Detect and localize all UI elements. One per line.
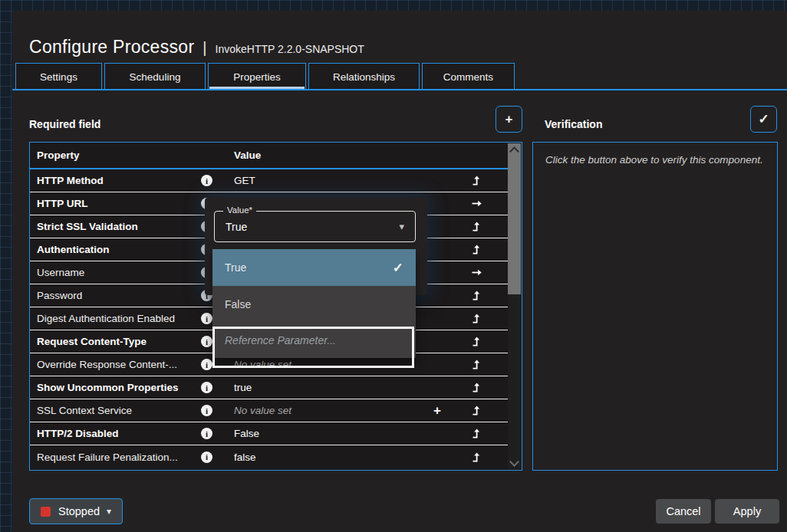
property-name: Override Response Content-... [37, 359, 177, 370]
nifi-canvas: { "dialog": { "title": "Configure Proces… [0, 0, 787, 532]
scroll-down-icon[interactable] [509, 457, 519, 467]
property-cell: Show Uncommon Propertiesi [30, 382, 222, 393]
property-cell: Strict SSL Validationi [30, 221, 222, 232]
vertical-scrollbar[interactable] [508, 143, 521, 469]
property-name: HTTP/2 Disabled [37, 428, 119, 439]
property-value: false [222, 452, 459, 463]
option-label: True [225, 261, 246, 274]
convert-to-parameter-icon[interactable] [459, 359, 493, 370]
go-to-parameter-icon[interactable] [459, 198, 493, 209]
property-cell: Passwordi [30, 290, 222, 301]
tab-label: Comments [443, 71, 493, 83]
tab-comments[interactable]: Comments [422, 63, 515, 90]
verification-label: Verification [545, 118, 602, 130]
option-label: False [225, 298, 251, 310]
convert-to-parameter-icon[interactable] [459, 221, 493, 232]
property-name: Request Failure Penalization... [37, 452, 178, 463]
property-cell: Request Failure Penalization...i [30, 452, 222, 463]
info-icon[interactable]: i [201, 428, 212, 439]
option-false[interactable]: False [212, 286, 416, 323]
check-icon: ✓ [393, 260, 403, 276]
property-value: No value set [222, 405, 459, 416]
apply-button[interactable]: Apply [715, 499, 779, 524]
run-status-button[interactable]: Stopped ▾ [29, 498, 123, 524]
info-icon[interactable]: i [201, 336, 212, 347]
property-value: False [222, 428, 459, 439]
property-cell: Request Content-Typei [30, 336, 222, 347]
plus-icon: + [505, 113, 513, 126]
property-name: HTTP Method [37, 175, 104, 186]
convert-to-parameter-icon[interactable] [459, 290, 493, 301]
verification-message: Click the button above to verify this co… [545, 153, 769, 169]
convert-to-parameter-icon[interactable] [459, 313, 493, 324]
tab-settings[interactable]: Settings [15, 63, 102, 90]
column-header-value: Value [222, 149, 261, 161]
value-combobox[interactable]: Value* True ▾ [214, 211, 416, 242]
option-reference-parameter[interactable]: Reference Parameter... [212, 323, 416, 358]
add-property-button[interactable]: + [496, 106, 522, 133]
tab-label: Scheduling [130, 71, 181, 83]
table-row[interactable]: HTTP MethodiGET [30, 169, 509, 192]
dialog-title: Configure Processor [29, 37, 194, 57]
property-name: Authentication [37, 244, 110, 255]
table-row[interactable]: HTTP/2 DisablediFalse [30, 422, 509, 445]
convert-to-parameter-icon[interactable] [459, 244, 493, 255]
property-name: Username [37, 267, 84, 278]
cancel-button[interactable]: Cancel [656, 499, 711, 524]
verification-panel: Click the button above to verify this co… [532, 142, 778, 471]
property-name: Digest Authentication Enabled [37, 313, 175, 324]
property-cell: Override Response Content-...i [30, 359, 222, 370]
column-header-property: Property [30, 149, 222, 161]
tab-scheduling[interactable]: Scheduling [104, 63, 206, 90]
verify-button[interactable]: ✓ [750, 106, 777, 133]
dialog-header: Configure Processor | InvokeHTTP 2.2.0-S… [29, 37, 364, 57]
dropdown-options-list: True✓FalseReference Parameter... [212, 249, 416, 358]
property-name: HTTP URL [37, 198, 88, 209]
title-separator: | [203, 39, 206, 57]
property-cell: HTTP URLi [30, 198, 222, 209]
tab-relationships[interactable]: Relationships [308, 63, 420, 90]
convert-to-parameter-icon[interactable] [459, 382, 493, 393]
option-true[interactable]: True✓ [212, 249, 416, 286]
info-icon[interactable]: i [201, 175, 212, 186]
property-name: Show Uncommon Properties [37, 382, 179, 393]
property-value: GET [222, 175, 459, 186]
go-to-parameter-icon[interactable] [459, 267, 493, 278]
stopped-icon [41, 507, 51, 517]
required-field-label: Required field [29, 118, 100, 130]
check-icon: ✓ [758, 113, 769, 126]
create-service-icon[interactable]: + [431, 399, 443, 422]
table-row[interactable]: Request Failure Penalization...ifalse [30, 445, 509, 468]
property-name: Password [37, 290, 82, 301]
property-name: Strict SSL Validation [37, 221, 138, 232]
info-icon[interactable]: i [201, 359, 212, 370]
combobox-value: True [215, 221, 247, 233]
tab-divider [12, 89, 787, 90]
convert-to-parameter-icon[interactable] [459, 175, 493, 186]
table-header-row: Property Value [30, 143, 509, 169]
convert-to-parameter-icon[interactable] [459, 452, 493, 463]
info-icon[interactable]: i [201, 405, 212, 416]
info-icon[interactable]: i [201, 313, 212, 324]
property-value: true [222, 382, 459, 393]
option-label: Reference Parameter... [225, 334, 336, 346]
table-row[interactable]: Show Uncommon Propertiesitrue [30, 376, 509, 399]
convert-to-parameter-icon[interactable] [459, 405, 493, 416]
property-cell: SSL Context Servicei [30, 405, 222, 416]
scrollbar-thumb[interactable] [508, 143, 521, 294]
property-cell: Usernamei [30, 267, 222, 278]
chevron-down-icon: ▾ [107, 506, 111, 517]
info-icon[interactable]: i [201, 452, 212, 463]
table-row[interactable]: SSL Context ServiceiNo value set+ [30, 399, 509, 422]
convert-to-parameter-icon[interactable] [459, 428, 493, 439]
info-icon[interactable]: i [201, 382, 212, 393]
tab-bar: SettingsSchedulingPropertiesRelationship… [15, 63, 515, 90]
property-cell: HTTP/2 Disabledi [30, 428, 222, 439]
convert-to-parameter-icon[interactable] [459, 336, 493, 347]
tab-label: Settings [40, 71, 77, 83]
property-cell: HTTP Methodi [30, 175, 222, 186]
tab-label: Properties [233, 71, 281, 83]
tab-properties[interactable]: Properties [208, 63, 306, 90]
property-cell: Digest Authentication Enabledi [30, 313, 222, 324]
property-value: No value set [222, 359, 459, 370]
